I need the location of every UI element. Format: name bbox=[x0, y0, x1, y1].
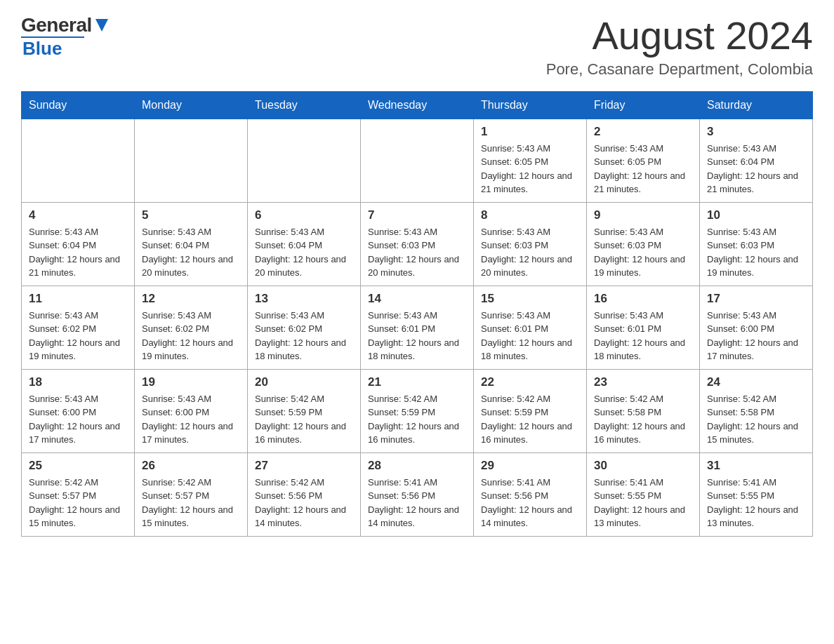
calendar-cell: 2Sunrise: 5:43 AMSunset: 6:05 PMDaylight… bbox=[587, 119, 700, 202]
calendar-cell bbox=[361, 119, 474, 202]
calendar-cell: 11Sunrise: 5:43 AMSunset: 6:02 PMDayligh… bbox=[22, 286, 135, 369]
title-block: August 2024 Pore, Casanare Department, C… bbox=[546, 14, 813, 79]
calendar-cell bbox=[248, 119, 361, 202]
day-info: Sunrise: 5:42 AMSunset: 5:59 PMDaylight:… bbox=[368, 392, 466, 447]
day-info: Sunrise: 5:42 AMSunset: 5:59 PMDaylight:… bbox=[481, 392, 579, 447]
col-header-monday: Monday bbox=[135, 91, 248, 119]
day-number: 19 bbox=[142, 375, 240, 389]
calendar-week-row: 25Sunrise: 5:42 AMSunset: 5:57 PMDayligh… bbox=[22, 452, 813, 536]
day-number: 23 bbox=[594, 375, 692, 389]
calendar-cell: 13Sunrise: 5:43 AMSunset: 6:02 PMDayligh… bbox=[248, 286, 361, 369]
day-info: Sunrise: 5:43 AMSunset: 6:02 PMDaylight:… bbox=[255, 309, 353, 363]
day-number: 8 bbox=[481, 208, 579, 222]
day-info: Sunrise: 5:43 AMSunset: 6:05 PMDaylight:… bbox=[594, 142, 692, 196]
day-info: Sunrise: 5:42 AMSunset: 5:58 PMDaylight:… bbox=[594, 392, 692, 447]
day-info: Sunrise: 5:43 AMSunset: 6:00 PMDaylight:… bbox=[142, 392, 240, 447]
logo: General Blue bbox=[21, 14, 110, 60]
day-info: Sunrise: 5:43 AMSunset: 6:04 PMDaylight:… bbox=[707, 142, 805, 196]
calendar-cell: 20Sunrise: 5:42 AMSunset: 5:59 PMDayligh… bbox=[248, 369, 361, 452]
calendar-cell: 6Sunrise: 5:43 AMSunset: 6:04 PMDaylight… bbox=[248, 202, 361, 286]
day-info: Sunrise: 5:43 AMSunset: 6:04 PMDaylight:… bbox=[255, 225, 353, 280]
calendar-cell: 24Sunrise: 5:42 AMSunset: 5:58 PMDayligh… bbox=[700, 369, 813, 452]
day-number: 12 bbox=[142, 292, 240, 306]
calendar-cell: 16Sunrise: 5:43 AMSunset: 6:01 PMDayligh… bbox=[587, 286, 700, 369]
day-info: Sunrise: 5:43 AMSunset: 6:03 PMDaylight:… bbox=[594, 225, 692, 280]
day-info: Sunrise: 5:43 AMSunset: 6:01 PMDaylight:… bbox=[368, 309, 466, 363]
day-number: 26 bbox=[142, 459, 240, 473]
calendar-week-row: 18Sunrise: 5:43 AMSunset: 6:00 PMDayligh… bbox=[22, 369, 813, 452]
calendar-cell: 8Sunrise: 5:43 AMSunset: 6:03 PMDaylight… bbox=[474, 202, 587, 286]
col-header-friday: Friday bbox=[587, 91, 700, 119]
page-header: General Blue August 2024 Pore, Casanare … bbox=[21, 14, 813, 79]
calendar-cell: 4Sunrise: 5:43 AMSunset: 6:04 PMDaylight… bbox=[22, 202, 135, 286]
calendar-cell: 26Sunrise: 5:42 AMSunset: 5:57 PMDayligh… bbox=[135, 452, 248, 536]
day-number: 21 bbox=[368, 375, 466, 389]
day-info: Sunrise: 5:43 AMSunset: 6:03 PMDaylight:… bbox=[481, 225, 579, 280]
calendar-cell: 12Sunrise: 5:43 AMSunset: 6:02 PMDayligh… bbox=[135, 286, 248, 369]
day-info: Sunrise: 5:43 AMSunset: 6:01 PMDaylight:… bbox=[594, 309, 692, 363]
day-number: 10 bbox=[707, 208, 805, 222]
calendar-cell: 25Sunrise: 5:42 AMSunset: 5:57 PMDayligh… bbox=[22, 452, 135, 536]
calendar-cell: 10Sunrise: 5:43 AMSunset: 6:03 PMDayligh… bbox=[700, 202, 813, 286]
calendar-cell: 27Sunrise: 5:42 AMSunset: 5:56 PMDayligh… bbox=[248, 452, 361, 536]
calendar-table: SundayMondayTuesdayWednesdayThursdayFrid… bbox=[21, 91, 813, 537]
col-header-sunday: Sunday bbox=[22, 91, 135, 119]
day-number: 6 bbox=[255, 208, 353, 222]
day-number: 1 bbox=[481, 125, 579, 139]
day-info: Sunrise: 5:42 AMSunset: 5:59 PMDaylight:… bbox=[255, 392, 353, 447]
day-info: Sunrise: 5:41 AMSunset: 5:56 PMDaylight:… bbox=[481, 476, 579, 530]
day-number: 28 bbox=[368, 459, 466, 473]
col-header-tuesday: Tuesday bbox=[248, 91, 361, 119]
calendar-week-row: 11Sunrise: 5:43 AMSunset: 6:02 PMDayligh… bbox=[22, 286, 813, 369]
day-info: Sunrise: 5:41 AMSunset: 5:55 PMDaylight:… bbox=[594, 476, 692, 530]
location-subtitle: Pore, Casanare Department, Colombia bbox=[546, 60, 813, 79]
day-number: 29 bbox=[481, 459, 579, 473]
calendar-cell: 17Sunrise: 5:43 AMSunset: 6:00 PMDayligh… bbox=[700, 286, 813, 369]
calendar-cell: 23Sunrise: 5:42 AMSunset: 5:58 PMDayligh… bbox=[587, 369, 700, 452]
calendar-cell: 18Sunrise: 5:43 AMSunset: 6:00 PMDayligh… bbox=[22, 369, 135, 452]
calendar-cell: 29Sunrise: 5:41 AMSunset: 5:56 PMDayligh… bbox=[474, 452, 587, 536]
col-header-saturday: Saturday bbox=[700, 91, 813, 119]
day-info: Sunrise: 5:42 AMSunset: 5:57 PMDaylight:… bbox=[142, 476, 240, 530]
day-info: Sunrise: 5:41 AMSunset: 5:55 PMDaylight:… bbox=[707, 476, 805, 530]
calendar-cell: 7Sunrise: 5:43 AMSunset: 6:03 PMDaylight… bbox=[361, 202, 474, 286]
day-number: 17 bbox=[707, 292, 805, 306]
calendar-cell bbox=[22, 119, 135, 202]
day-info: Sunrise: 5:42 AMSunset: 5:58 PMDaylight:… bbox=[707, 392, 805, 447]
calendar-cell: 22Sunrise: 5:42 AMSunset: 5:59 PMDayligh… bbox=[474, 369, 587, 452]
day-number: 7 bbox=[368, 208, 466, 222]
day-number: 24 bbox=[707, 375, 805, 389]
day-info: Sunrise: 5:43 AMSunset: 6:01 PMDaylight:… bbox=[481, 309, 579, 363]
day-number: 27 bbox=[255, 459, 353, 473]
calendar-cell: 28Sunrise: 5:41 AMSunset: 5:56 PMDayligh… bbox=[361, 452, 474, 536]
day-number: 9 bbox=[594, 208, 692, 222]
day-number: 4 bbox=[29, 208, 127, 222]
svg-marker-0 bbox=[95, 19, 108, 32]
logo-blue-text: Blue bbox=[22, 38, 62, 60]
day-info: Sunrise: 5:43 AMSunset: 6:00 PMDaylight:… bbox=[29, 392, 127, 447]
day-info: Sunrise: 5:43 AMSunset: 6:03 PMDaylight:… bbox=[707, 225, 805, 280]
day-number: 22 bbox=[481, 375, 579, 389]
calendar-week-row: 1Sunrise: 5:43 AMSunset: 6:05 PMDaylight… bbox=[22, 119, 813, 202]
day-number: 25 bbox=[29, 459, 127, 473]
day-number: 20 bbox=[255, 375, 353, 389]
calendar-cell: 1Sunrise: 5:43 AMSunset: 6:05 PMDaylight… bbox=[474, 119, 587, 202]
day-number: 15 bbox=[481, 292, 579, 306]
calendar-cell: 14Sunrise: 5:43 AMSunset: 6:01 PMDayligh… bbox=[361, 286, 474, 369]
day-number: 5 bbox=[142, 208, 240, 222]
day-number: 31 bbox=[707, 459, 805, 473]
day-number: 16 bbox=[594, 292, 692, 306]
calendar-cell: 31Sunrise: 5:41 AMSunset: 5:55 PMDayligh… bbox=[700, 452, 813, 536]
day-number: 2 bbox=[594, 125, 692, 139]
calendar-cell bbox=[135, 119, 248, 202]
day-info: Sunrise: 5:43 AMSunset: 6:02 PMDaylight:… bbox=[29, 309, 127, 363]
day-info: Sunrise: 5:43 AMSunset: 6:02 PMDaylight:… bbox=[142, 309, 240, 363]
month-title: August 2024 bbox=[546, 14, 813, 58]
day-info: Sunrise: 5:42 AMSunset: 5:56 PMDaylight:… bbox=[255, 476, 353, 530]
day-info: Sunrise: 5:43 AMSunset: 6:00 PMDaylight:… bbox=[707, 309, 805, 363]
day-info: Sunrise: 5:43 AMSunset: 6:05 PMDaylight:… bbox=[481, 142, 579, 196]
day-number: 18 bbox=[29, 375, 127, 389]
day-info: Sunrise: 5:41 AMSunset: 5:56 PMDaylight:… bbox=[368, 476, 466, 530]
calendar-cell: 19Sunrise: 5:43 AMSunset: 6:00 PMDayligh… bbox=[135, 369, 248, 452]
calendar-cell: 5Sunrise: 5:43 AMSunset: 6:04 PMDaylight… bbox=[135, 202, 248, 286]
